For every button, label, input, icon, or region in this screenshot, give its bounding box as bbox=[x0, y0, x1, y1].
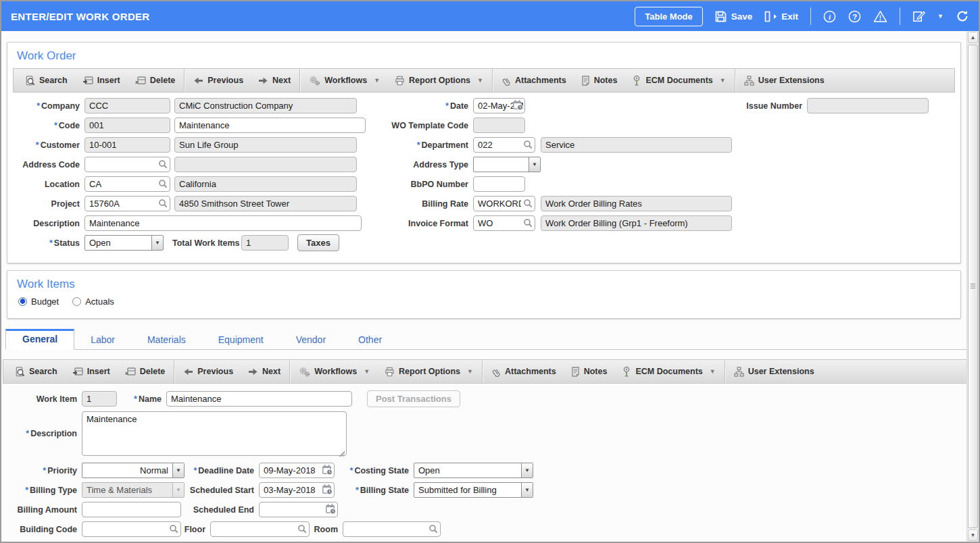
tab-materials[interactable]: Materials bbox=[131, 330, 202, 350]
next-button[interactable]: Next bbox=[251, 69, 298, 92]
address-code-field[interactable] bbox=[84, 157, 170, 172]
detail-description-field[interactable]: Maintenance bbox=[82, 411, 347, 456]
previous-button[interactable]: Previous bbox=[186, 69, 251, 92]
building-code-lov-icon[interactable] bbox=[169, 524, 178, 534]
workflows-dropdown-caret[interactable]: ▼ bbox=[374, 77, 380, 84]
billing-state-select-caret[interactable]: ▼ bbox=[521, 483, 533, 497]
tab-other[interactable]: Other bbox=[342, 330, 398, 350]
tab-general[interactable]: General bbox=[5, 329, 74, 350]
exit-button[interactable]: Exit bbox=[764, 11, 798, 22]
costing-state-select[interactable]: Open▼ bbox=[414, 463, 533, 478]
scroll-down-button[interactable]: ▼ bbox=[968, 529, 978, 541]
table-mode-button[interactable]: Table Mode bbox=[635, 7, 703, 26]
room-field[interactable] bbox=[343, 521, 441, 537]
tab-vendor[interactable]: Vendor bbox=[280, 330, 342, 350]
actuals-radio[interactable] bbox=[72, 297, 81, 306]
attachments-button[interactable]: Attachments bbox=[494, 69, 574, 92]
user-extensions-button[interactable]: User Extensions bbox=[727, 360, 822, 383]
address-type-select-caret[interactable]: ▼ bbox=[529, 157, 540, 172]
insert-button[interactable]: Insert bbox=[75, 69, 128, 92]
code-name-field[interactable] bbox=[174, 118, 366, 133]
room-lov-icon[interactable] bbox=[428, 524, 438, 534]
priority-select[interactable]: Normal▼ bbox=[82, 463, 185, 478]
search-button[interactable]: Search bbox=[7, 360, 65, 383]
invoice-format-lov-icon[interactable] bbox=[523, 218, 533, 228]
taxes-button[interactable]: Taxes bbox=[297, 234, 339, 251]
next-button[interactable]: Next bbox=[241, 360, 288, 383]
insert-button[interactable]: Insert bbox=[65, 360, 118, 383]
code-field[interactable] bbox=[84, 118, 170, 133]
billing-type-label: *Billing Type bbox=[7, 486, 77, 495]
project-field[interactable] bbox=[84, 196, 170, 211]
tab-equipment[interactable]: Equipment bbox=[202, 330, 280, 350]
customer-code-field[interactable] bbox=[84, 137, 170, 153]
delete-button[interactable]: x Delete bbox=[128, 69, 183, 92]
info-icon[interactable]: i bbox=[823, 10, 836, 23]
vertical-scrollbar[interactable]: ▲ ▼ bbox=[966, 31, 979, 542]
project-lov-icon[interactable] bbox=[158, 199, 168, 208]
toolbar-separator bbox=[184, 69, 185, 92]
floor-lov-icon[interactable] bbox=[297, 524, 307, 534]
company-code-field[interactable] bbox=[84, 98, 170, 113]
report-options-dropdown-caret[interactable]: ▼ bbox=[477, 77, 483, 84]
delete-button[interactable]: x Delete bbox=[118, 360, 173, 383]
edit-note-icon[interactable] bbox=[912, 10, 925, 23]
report-options-button[interactable]: Report Options ▼ bbox=[377, 360, 481, 383]
department-lov-icon[interactable] bbox=[523, 140, 533, 149]
name-field[interactable] bbox=[166, 391, 352, 407]
report-options-button[interactable]: Report Options ▼ bbox=[387, 69, 491, 92]
attachments-button[interactable]: Attachments bbox=[484, 360, 564, 383]
bbpo-number-field[interactable] bbox=[473, 176, 525, 192]
workflows-button[interactable]: Workflows ▼ bbox=[291, 360, 377, 383]
address-type-select[interactable]: ▼ bbox=[473, 157, 541, 172]
ecm-documents-dropdown-caret[interactable]: ▼ bbox=[710, 368, 716, 375]
notes-button[interactable]: Notes bbox=[574, 69, 625, 92]
notes-button[interactable]: Notes bbox=[564, 360, 615, 383]
edit-dropdown-caret[interactable]: ▼ bbox=[937, 13, 944, 20]
scheduled-end-calendar-icon[interactable] bbox=[325, 503, 337, 515]
priority-select-caret[interactable]: ▼ bbox=[172, 463, 184, 477]
location-name-field bbox=[174, 176, 357, 192]
user-extensions-button[interactable]: User Extensions bbox=[737, 69, 832, 92]
exit-icon bbox=[764, 11, 777, 22]
deadline-date-calendar-icon[interactable] bbox=[322, 464, 333, 475]
save-button[interactable]: Save bbox=[715, 11, 753, 22]
search-button[interactable]: Search bbox=[18, 69, 75, 92]
scrollbar-thumb[interactable] bbox=[968, 45, 978, 528]
building-code-field[interactable] bbox=[82, 521, 181, 537]
building-code-label: Building Code bbox=[7, 525, 77, 534]
textarea-resize-grip[interactable] bbox=[339, 451, 345, 457]
workflows-button[interactable]: Workflows ▼ bbox=[301, 69, 387, 92]
date-calendar-icon[interactable] bbox=[512, 99, 524, 111]
ecm-documents-dropdown-caret[interactable]: ▼ bbox=[720, 77, 726, 84]
work-item-field bbox=[82, 391, 117, 407]
billing-state-select[interactable]: Submitted for Billing▼ bbox=[414, 482, 533, 498]
help-icon[interactable]: ? bbox=[848, 10, 861, 23]
description-field[interactable] bbox=[84, 215, 362, 231]
billing-rate-lov-icon[interactable] bbox=[523, 199, 533, 208]
ecm-documents-button[interactable]: ECM Documents ▼ bbox=[614, 360, 722, 383]
location-lov-icon[interactable] bbox=[158, 179, 168, 188]
floor-field[interactable] bbox=[210, 521, 310, 537]
toolbar-separator bbox=[492, 69, 493, 92]
date-label: *Date bbox=[368, 101, 468, 111]
costing-state-select-caret[interactable]: ▼ bbox=[521, 463, 533, 477]
warning-icon[interactable] bbox=[873, 10, 887, 23]
refresh-icon[interactable] bbox=[956, 9, 969, 23]
status-select-caret[interactable]: ▼ bbox=[151, 236, 163, 250]
actuals-radio-label[interactable]: Actuals bbox=[85, 296, 114, 307]
post-transactions-button[interactable]: Post Transactions bbox=[367, 390, 460, 407]
budget-radio[interactable] bbox=[18, 297, 27, 306]
address-code-lov-icon[interactable] bbox=[158, 159, 168, 169]
ecm-documents-button[interactable]: ECM Documents ▼ bbox=[624, 69, 733, 92]
location-field[interactable] bbox=[84, 176, 170, 192]
scheduled-start-calendar-icon[interactable] bbox=[322, 484, 333, 495]
billing-amount-field[interactable] bbox=[82, 502, 181, 517]
report-options-dropdown-caret[interactable]: ▼ bbox=[467, 368, 473, 375]
tab-labor[interactable]: Labor bbox=[74, 330, 131, 350]
budget-radio-label[interactable]: Budget bbox=[31, 296, 59, 307]
scroll-up-button[interactable]: ▲ bbox=[968, 32, 978, 43]
workflows-dropdown-caret[interactable]: ▼ bbox=[364, 368, 370, 375]
previous-button[interactable]: Previous bbox=[176, 360, 241, 383]
status-select[interactable]: Open▼ bbox=[84, 235, 164, 251]
